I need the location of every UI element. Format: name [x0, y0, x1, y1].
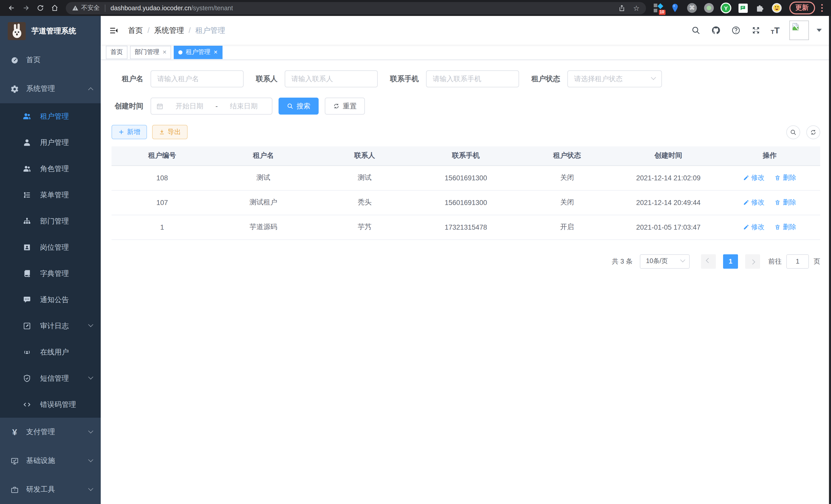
next-page-button[interactable] [745, 254, 760, 268]
close-icon[interactable]: ✕ [163, 50, 167, 55]
header-search-button[interactable] [691, 25, 701, 35]
page-size-select[interactable]: 10条/页 [640, 254, 690, 268]
delete-link[interactable]: 删除 [775, 223, 796, 232]
browser-menu-button[interactable] [818, 4, 826, 12]
extension-emoji[interactable] [772, 3, 782, 13]
tab-dept[interactable]: 部门管理 ✕ [130, 46, 171, 59]
avatar-menu-button[interactable] [816, 29, 822, 32]
sidebar-item-label: 角色管理 [40, 164, 69, 173]
tab-home[interactable]: 首页 [106, 46, 127, 59]
search-button[interactable]: 搜索 [279, 98, 319, 115]
puzzle-icon [755, 3, 765, 13]
date-range-picker[interactable]: 开始日期 - 结束日期 [150, 98, 273, 115]
browser-reload-button[interactable] [34, 2, 46, 14]
extension-grid-badge[interactable]: 10 [653, 3, 663, 13]
extensions-puzzle-button[interactable] [755, 3, 765, 13]
status-select[interactable]: 请选择租户状态 [567, 70, 662, 87]
mobile-label: 联系手机 [390, 74, 419, 84]
window-scrollbar[interactable] [829, 16, 831, 504]
sidebar-item-devtools[interactable]: 研发工具 [0, 475, 101, 504]
delete-link[interactable]: 删除 [775, 198, 796, 207]
sidebar-collapse-button[interactable] [108, 25, 119, 36]
chevron-down-icon [88, 322, 93, 327]
app-logo[interactable]: 芋道管理系统 [0, 16, 101, 46]
sidebar-item-post[interactable]: 岗位管理 [0, 234, 101, 261]
prev-page-button[interactable] [701, 254, 716, 268]
page: 不安全 dashboard.yudao.iocoder.cn/system/te… [0, 0, 831, 504]
mobile-input[interactable]: 请输入联系手机 [426, 70, 519, 87]
sidebar-menu: 首页 系统管理 租户管理 [0, 46, 101, 504]
org-tree-icon [23, 217, 31, 226]
extension-pin[interactable] [670, 3, 680, 13]
edit-link[interactable]: 修改 [743, 198, 765, 207]
sidebar-item-tenant[interactable]: 租户管理 [0, 103, 101, 129]
page-number-1[interactable]: 1 [723, 254, 738, 268]
cell-contact: 芋艿 [314, 215, 415, 239]
browser-back-button[interactable] [5, 2, 18, 14]
contact-input[interactable]: 请输入联系人 [285, 70, 378, 87]
tenant-page: 租户名 请输入租户名 联系人 请输入联系人 联系手机 请输入联系手机 租户状态 [101, 60, 831, 504]
goto-page-input[interactable]: 1 [786, 254, 809, 268]
show-search-toggle-button[interactable] [786, 125, 800, 139]
sidebar-item-system[interactable]: 系统管理 [0, 75, 101, 103]
extension-recorder[interactable] [704, 3, 714, 13]
fold-icon [109, 25, 118, 35]
edit-link[interactable]: 修改 [743, 223, 765, 232]
pencil-icon [743, 224, 749, 230]
fullscreen-button[interactable] [751, 25, 761, 35]
sidebar-item-sms[interactable]: 短信管理 [0, 365, 101, 391]
refresh-table-button[interactable] [806, 125, 820, 139]
sidebar-item-dept[interactable]: 部门管理 [0, 208, 101, 234]
breadcrumb-item-system[interactable]: 系统管理 [154, 25, 184, 35]
close-icon[interactable]: ✕ [213, 50, 218, 55]
sidebar-item-audit-log[interactable]: 审计日志 [0, 313, 101, 339]
help-button[interactable] [731, 25, 741, 35]
chevron-up-icon [88, 87, 93, 92]
sidebar-item-home[interactable]: 首页 [0, 46, 101, 75]
sidebar-item-dict[interactable]: 字典管理 [0, 261, 101, 287]
cell-actions: 修改 删除 [719, 166, 820, 190]
share-button[interactable] [618, 4, 625, 11]
sidebar-item-error-code[interactable]: 错误码管理 [0, 391, 101, 418]
extension-chat[interactable] [738, 3, 748, 13]
dictionary-book-icon [23, 269, 31, 278]
sidebar-item-user[interactable]: 用户管理 [0, 129, 101, 156]
search-icon [287, 103, 293, 110]
broken-image-icon [791, 22, 800, 31]
github-button[interactable] [711, 25, 721, 35]
extension-y-app[interactable]: Y [721, 3, 731, 13]
sidebar-item-menu[interactable]: 菜单管理 [0, 182, 101, 208]
search-icon [691, 26, 700, 35]
tenant-name-input[interactable]: 请输入租户名 [150, 70, 243, 87]
sidebar-item-payment[interactable]: ¥ 支付管理 [0, 418, 101, 446]
avatar[interactable] [790, 21, 809, 40]
breadcrumb-item-home[interactable]: 首页 [128, 25, 143, 35]
cell-status: 关闭 [516, 166, 618, 190]
sidebar-item-label: 研发工具 [26, 485, 55, 494]
extension-command[interactable]: ⌘ [687, 3, 697, 13]
font-size-button[interactable]: TT [771, 26, 780, 35]
sidebar-item-notice[interactable]: 通知公告 [0, 287, 101, 313]
cell-status: 开启 [516, 215, 618, 239]
broadcast-user-icon [23, 348, 31, 357]
delete-link[interactable]: 删除 [775, 173, 796, 182]
cell-tenant-id: 1 [112, 215, 213, 239]
shield-check-icon [23, 374, 31, 383]
export-button[interactable]: 导出 [152, 125, 188, 139]
sidebar-item-infra[interactable]: 基础设施 [0, 446, 101, 475]
security-indicator[interactable]: 不安全 [72, 4, 100, 12]
edit-link[interactable]: 修改 [743, 173, 765, 182]
browser-update-button[interactable]: 更新 [789, 2, 815, 14]
cell-created: 2021-12-14 20:49:44 [618, 190, 719, 215]
sidebar-item-online-users[interactable]: 在线用户 [0, 339, 101, 365]
reset-button[interactable]: 重置 [325, 98, 365, 115]
sidebar-item-label: 字典管理 [40, 269, 69, 278]
add-button[interactable]: 新增 [112, 125, 147, 139]
reload-icon [36, 4, 44, 12]
sidebar-item-role[interactable]: 角色管理 [0, 156, 101, 182]
browser-forward-button[interactable] [20, 2, 32, 14]
address-bar[interactable]: 不安全 dashboard.yudao.iocoder.cn/system/te… [66, 2, 646, 14]
tab-tenant[interactable]: 租户管理 ✕ [174, 46, 223, 59]
bookmark-button[interactable]: ☆ [633, 4, 639, 11]
browser-home-button[interactable] [48, 2, 61, 14]
